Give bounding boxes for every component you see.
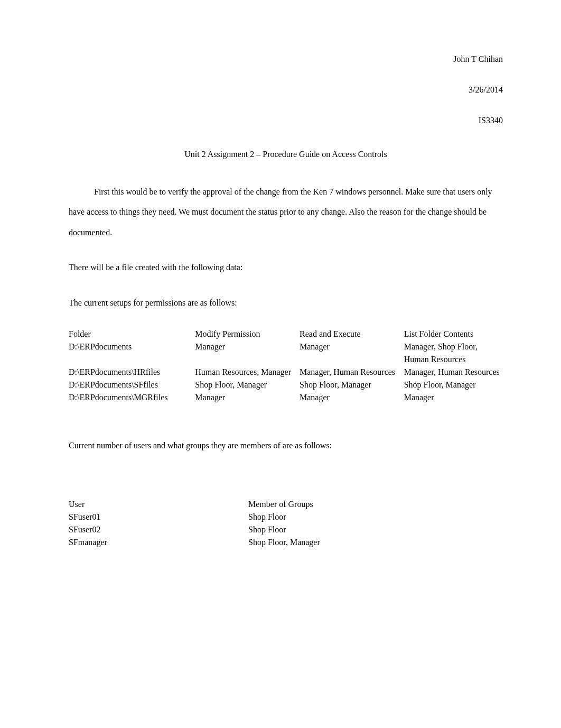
user-cell: SFuser02 [69, 523, 248, 536]
user-cell: SFmanager [69, 536, 248, 549]
modify-cell: Manager [195, 391, 300, 404]
file-created-line: There will be a file created with the fo… [69, 257, 503, 278]
table-row: D:\ERPdocuments\SFfiles Shop Floor, Mana… [69, 379, 503, 391]
read-cell: Manager, Human Resources [300, 366, 404, 379]
modify-cell: Human Resources, Manager [195, 366, 300, 379]
list-cell: Manager [404, 391, 503, 404]
list-cell: Shop Floor, Manager [404, 379, 503, 391]
read-cell: Manager [300, 391, 404, 404]
document-date: 3/26/2014 [69, 84, 503, 96]
permissions-table: Folder Modify Permission Read and Execut… [69, 328, 503, 404]
users-table: User Member of Groups SFuser01 Shop Floo… [69, 498, 407, 549]
table-row: D:\ERPdocuments\HRfiles Human Resources,… [69, 366, 503, 379]
document-header: John T Chihan 3/26/2014 IS3340 [69, 53, 503, 127]
folder-cell: D:\ERPdocuments [69, 340, 195, 366]
users-header-row: User Member of Groups [69, 498, 407, 511]
modify-cell: Shop Floor, Manager [195, 379, 300, 391]
list-cell: Manager, Human Resources [404, 366, 503, 379]
table-row: D:\ERPdocuments Manager Manager Manager,… [69, 340, 503, 366]
groups-cell: Shop Floor, Manager [248, 536, 407, 549]
permissions-header-folder: Folder [69, 328, 195, 340]
folder-cell: D:\ERPdocuments\HRfiles [69, 366, 195, 379]
folder-cell: D:\ERPdocuments\SFfiles [69, 379, 195, 391]
modify-cell: Manager [195, 340, 300, 366]
users-header-user: User [69, 498, 248, 511]
intro-paragraph: First this would be to verify the approv… [69, 182, 503, 243]
table-row: SFuser02 Shop Floor [69, 523, 407, 536]
permissions-header-read: Read and Execute [300, 328, 404, 340]
table-row: SFuser01 Shop Floor [69, 511, 407, 523]
permissions-header-modify: Modify Permission [195, 328, 300, 340]
author-name: John T Chihan [69, 53, 503, 66]
permissions-header-list: List Folder Contents [404, 328, 503, 340]
course-code: IS3340 [69, 114, 503, 127]
groups-cell: Shop Floor [248, 523, 407, 536]
table-row: SFmanager Shop Floor, Manager [69, 536, 407, 549]
groups-cell: Shop Floor [248, 511, 407, 523]
table-row: D:\ERPdocuments\MGRfiles Manager Manager… [69, 391, 503, 404]
read-cell: Shop Floor, Manager [300, 379, 404, 391]
users-header-groups: Member of Groups [248, 498, 407, 511]
current-setups-line: The current setups for permissions are a… [69, 293, 503, 313]
current-users-line: Current number of users and what groups … [69, 436, 503, 456]
document-title: Unit 2 Assignment 2 – Procedure Guide on… [69, 148, 503, 161]
read-cell: Manager [300, 340, 404, 366]
list-cell: Manager, Shop Floor, Human Resources [404, 340, 503, 366]
user-cell: SFuser01 [69, 511, 248, 523]
folder-cell: D:\ERPdocuments\MGRfiles [69, 391, 195, 404]
permissions-header-row: Folder Modify Permission Read and Execut… [69, 328, 503, 340]
